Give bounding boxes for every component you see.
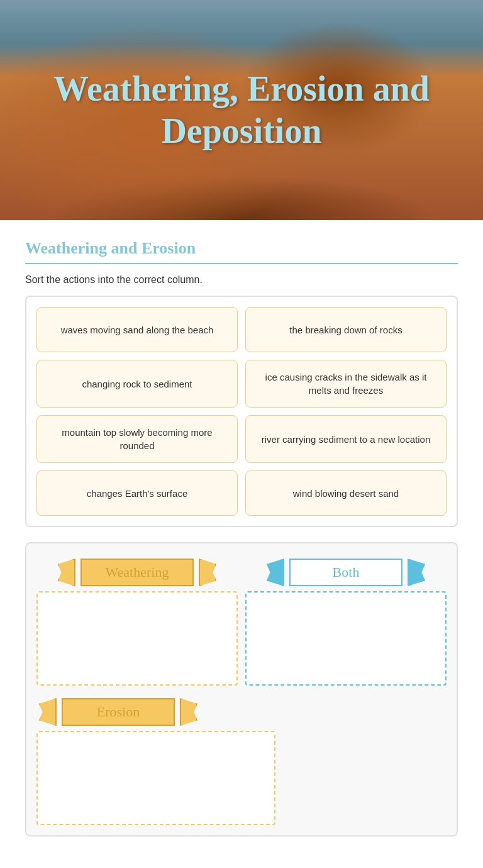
- sort-card-7[interactable]: changes Earth's surface: [36, 470, 238, 516]
- both-ribbon-main: Both: [289, 559, 402, 586]
- weathering-drop-zone[interactable]: [36, 591, 238, 686]
- both-ribbon-left-tail: [267, 559, 284, 586]
- weathering-label: Weathering: [106, 564, 169, 581]
- main-content: Weathering and Erosion Sort the actions …: [0, 220, 483, 868]
- sort-instruction: Sort the actions into the correct column…: [25, 274, 458, 286]
- erosion-zone-wrapper: Erosion: [36, 693, 447, 825]
- sort-card-8[interactable]: wind blowing desert sand: [245, 470, 447, 516]
- sort-card-5[interactable]: mountain top slowly becoming more rounde…: [36, 415, 238, 463]
- erosion-ribbon-right-tail: [180, 698, 197, 726]
- hero-title: Weathering, Erosion and Deposition: [0, 55, 483, 165]
- erosion-ribbon-left-tail: [39, 698, 57, 726]
- sort-card-3[interactable]: changing rock to sediment: [36, 360, 238, 408]
- both-drop-zone[interactable]: [245, 591, 447, 686]
- sort-card-4[interactable]: ice causing cracks in the sidewalk as it…: [245, 360, 447, 408]
- hero-section: Weathering, Erosion and Deposition: [0, 0, 483, 220]
- both-label: Both: [333, 564, 360, 581]
- weathering-ribbon-right-tail: [199, 559, 216, 586]
- drop-zones-top-row: Weathering Both: [36, 554, 447, 686]
- card-grid: waves moving sand along the beach the br…: [25, 296, 458, 527]
- both-ribbon-right-tail: [408, 559, 425, 586]
- weathering-zone-wrapper: Weathering: [36, 554, 238, 686]
- weathering-ribbon-container: Weathering: [36, 554, 238, 591]
- weathering-ribbon-left-tail: [58, 559, 75, 586]
- sort-card-2[interactable]: the breaking down of rocks: [245, 307, 447, 352]
- erosion-drop-zone[interactable]: [36, 731, 275, 825]
- both-ribbon-container: Both: [245, 554, 447, 591]
- drop-section: Weathering Both: [25, 542, 458, 837]
- erosion-ribbon-container: Erosion: [36, 693, 447, 731]
- erosion-ribbon: Erosion: [49, 696, 187, 728]
- sort-card-6[interactable]: river carrying sediment to a new locatio…: [245, 415, 447, 463]
- erosion-label: Erosion: [97, 704, 140, 720]
- both-zone-wrapper: Both: [245, 554, 447, 686]
- both-ribbon: Both: [277, 557, 415, 588]
- sort-card-1[interactable]: waves moving sand along the beach: [36, 307, 238, 352]
- weathering-ribbon-main: Weathering: [80, 559, 194, 586]
- erosion-ribbon-main: Erosion: [62, 698, 175, 726]
- weathering-ribbon: Weathering: [68, 557, 206, 588]
- section-title: Weathering and Erosion: [25, 239, 458, 264]
